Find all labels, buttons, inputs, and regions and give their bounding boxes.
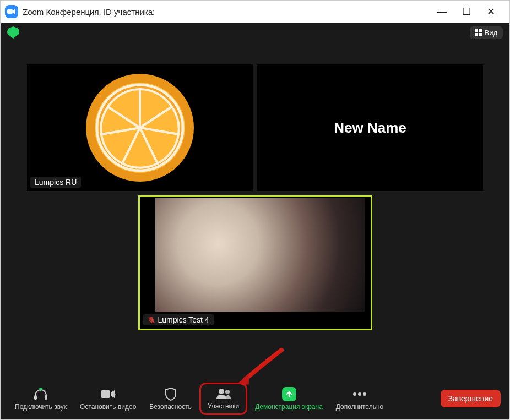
meeting-content: Вид [1, 23, 509, 419]
video-tile-active[interactable]: Lumpics Test 4 [138, 195, 372, 330]
svg-point-14 [219, 389, 224, 394]
tile-active-name-label: Lumpics Test 4 [143, 314, 214, 325]
svg-point-18 [363, 392, 366, 396]
svg-rect-13 [101, 390, 110, 398]
view-button[interactable]: Вид [470, 26, 503, 39]
shield-icon [165, 388, 177, 401]
meeting-topbar: Вид [1, 23, 509, 42]
participants-button[interactable]: Участники [199, 383, 247, 415]
svg-rect-4 [479, 33, 482, 36]
share-screen-button[interactable]: ⌃ Демонстрация экрана [249, 384, 328, 414]
chevron-up-icon[interactable]: ⌃ [112, 392, 117, 398]
participants-icon [215, 388, 232, 400]
chevron-up-icon[interactable]: ⌃ [45, 392, 50, 398]
svg-rect-0 [7, 9, 13, 14]
svg-point-15 [225, 390, 230, 394]
svg-rect-11 [34, 395, 37, 400]
audio-button[interactable]: ⌃ Подключить звук [9, 384, 72, 414]
svg-rect-3 [475, 33, 478, 36]
grid-icon [475, 29, 482, 36]
video-tile-1[interactable]: Lumpics RU [27, 64, 253, 191]
video-grid: Lumpics RU New Name Lumpics Test 4 [1, 42, 509, 378]
avatar-orange-icon [85, 73, 195, 183]
mic-muted-icon [148, 316, 155, 324]
window-controls: — ☐ ✕ [437, 6, 505, 18]
zoom-app-icon [5, 5, 18, 18]
chevron-up-icon[interactable]: ⌃ [293, 392, 297, 398]
encryption-shield-icon[interactable] [7, 26, 19, 39]
svg-rect-1 [475, 29, 478, 32]
close-button[interactable]: ✕ [485, 6, 496, 18]
video-row-top: Lumpics RU New Name [23, 64, 487, 191]
svg-point-16 [353, 392, 356, 396]
app-window: Zoom Конференция, ID участника: — ☐ ✕ Ви… [0, 0, 510, 420]
svg-rect-2 [479, 29, 482, 32]
svg-point-17 [358, 392, 361, 396]
tile-1-name-label: Lumpics RU [30, 177, 81, 188]
security-button[interactable]: Безопасность [144, 384, 197, 414]
view-label: Вид [484, 29, 497, 37]
maximize-button[interactable]: ☐ [461, 6, 472, 18]
more-button[interactable]: Дополнительно [330, 384, 389, 414]
tile-2-display-name: New Name [334, 119, 406, 137]
window-title: Zoom Конференция, ID участника: [23, 7, 155, 17]
title-bar: Zoom Конференция, ID участника: — ☐ ✕ [1, 1, 509, 23]
video-button[interactable]: ⌃ Остановить видео [74, 384, 142, 414]
ellipsis-icon [352, 392, 367, 396]
end-meeting-button[interactable]: Завершение [441, 390, 501, 407]
meeting-toolbar: ⌃ Подключить звук ⌃ Остановить видео [1, 378, 509, 419]
minimize-button[interactable]: — [437, 6, 448, 18]
video-tile-2[interactable]: New Name [257, 64, 483, 191]
